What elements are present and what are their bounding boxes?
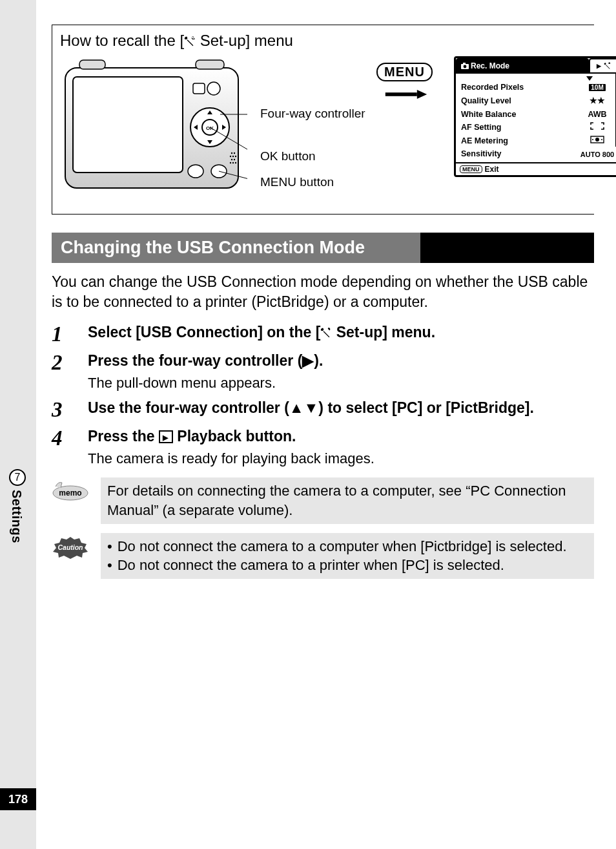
svg-point-18 <box>230 162 231 163</box>
step-number: 4 <box>52 426 70 468</box>
svg-rect-3 <box>196 60 224 69</box>
metering-icon <box>579 134 616 148</box>
svg-text:OK: OK <box>206 125 214 131</box>
svg-point-12 <box>234 152 235 154</box>
memo-text: For details on connecting the camera to … <box>101 477 594 523</box>
caution-text: Do not connect the camera to a computer … <box>101 533 594 579</box>
svg-point-19 <box>232 162 234 163</box>
quality-stars-icon: ★★ <box>579 94 616 108</box>
menu-row-label: AE Metering <box>461 134 508 148</box>
section-heading: Changing the USB Connection Mode <box>52 233 594 263</box>
step-item: 3 Use the four-way controller (▲▼) to se… <box>52 398 594 421</box>
menu-row: White Balance AWB <box>461 108 616 121</box>
step-number: 2 <box>52 351 70 393</box>
step-item: 1 Select [USB Connection] on the [ Set-u… <box>52 322 594 346</box>
caution-item: Do not connect the camera to a printer w… <box>107 556 588 575</box>
setup-tools-icon <box>603 62 612 70</box>
menu-pill-icon: MENU <box>376 63 433 81</box>
recall-setup-box: How to recall the [ Set-up] menu <box>52 25 594 215</box>
triangle-down-icon <box>586 76 593 81</box>
step-title: Use the four-way controller (▲▼) to sele… <box>88 398 594 418</box>
caution-item: Do not connect the camera to a computer … <box>107 537 588 556</box>
menu-row-value: AWB <box>579 108 616 121</box>
menu-row-label: Sensitivity <box>461 147 502 161</box>
section-number-badge: 7 <box>9 469 26 486</box>
step-description: The pull-down menu appears. <box>88 373 594 393</box>
caution-note: Caution Do not connect the camera to a c… <box>52 533 594 579</box>
step-title: Select [USB Connection] on the [ Set-up]… <box>88 322 594 342</box>
label-menu-button: MENU button <box>260 175 334 189</box>
setup-tools-icon <box>184 36 196 47</box>
arrow-right-icon <box>376 90 436 99</box>
svg-point-30 <box>592 139 593 140</box>
svg-point-20 <box>235 162 236 163</box>
svg-point-16 <box>231 159 232 160</box>
menu-tab-setup: ▶ <box>589 58 616 72</box>
camera-diagram: OK <box>60 56 247 205</box>
menu-footer-label: Exit <box>485 165 499 174</box>
svg-point-31 <box>601 139 602 140</box>
recall-title-pre: How to recall the [ <box>60 32 184 49</box>
playback-button-icon <box>159 430 173 443</box>
recall-title: How to recall the [ Set-up] menu <box>60 32 589 50</box>
menu-arrow-area: MENU <box>376 56 447 205</box>
label-ok-button: OK button <box>260 149 316 163</box>
svg-point-7 <box>188 165 203 178</box>
menu-tab-rec-mode: Rec. Mode <box>456 58 589 72</box>
menu-row-label: AF Setting <box>461 121 502 134</box>
menu-row: AE Metering <box>461 134 616 148</box>
step-number: 1 <box>52 322 70 346</box>
svg-point-27 <box>464 65 467 68</box>
steps-list: 1 Select [USB Connection] on the [ Set-u… <box>52 322 594 468</box>
menu-row-label: Quality Level <box>461 94 511 108</box>
step-item: 2 Press the four-way controller (▶). The… <box>52 351 594 393</box>
svg-point-9 <box>207 82 220 95</box>
section-tab: 7 Settings <box>9 469 26 543</box>
svg-rect-24 <box>385 92 417 96</box>
svg-point-14 <box>232 156 234 157</box>
svg-point-13 <box>230 156 231 157</box>
menu-row: Sensitivity AUTO 800 <box>461 147 616 161</box>
menu-row-value: AUTO 800 <box>579 149 616 160</box>
svg-point-29 <box>595 138 599 142</box>
pixels-badge-icon: 10M <box>589 84 605 91</box>
menu-button-icon: MENU <box>460 165 482 173</box>
page: 7 Settings 178 How to recall the [ Set-u… <box>0 0 616 849</box>
menu-row: AF Setting <box>461 121 616 134</box>
svg-rect-10 <box>193 83 205 94</box>
menu-footer: MENU Exit <box>456 162 616 175</box>
svg-point-17 <box>234 159 235 160</box>
af-frame-icon <box>579 121 616 134</box>
svg-rect-26 <box>463 63 466 65</box>
camera-icon <box>461 63 469 69</box>
rec-mode-menu-screen: Rec. Mode ▶ Recorded Pixels 10M <box>454 56 616 177</box>
setup-tools-icon <box>320 327 332 339</box>
step-number: 3 <box>52 398 70 421</box>
section-label: Settings <box>9 490 24 543</box>
label-fourway: Four-way controller <box>260 107 331 121</box>
menu-row-label: Recorded Pixels <box>461 81 524 94</box>
step-description: The camera is ready for playing back ima… <box>88 449 594 468</box>
memo-note: memo For details on connecting the camer… <box>52 477 594 523</box>
menu-row-label: White Balance <box>461 108 516 121</box>
step-title: Press the four-way controller (▶). <box>88 351 594 371</box>
content-area: How to recall the [ Set-up] menu <box>52 25 594 579</box>
recall-title-post: Set-up] menu <box>196 32 293 49</box>
memo-badge-icon: memo <box>52 480 89 503</box>
caution-badge-icon: Caution <box>52 536 89 561</box>
menu-tab-label: Rec. Mode <box>471 61 509 70</box>
svg-point-11 <box>231 152 232 154</box>
step-title: Press the Playback button. <box>88 426 594 446</box>
svg-rect-2 <box>79 60 105 69</box>
svg-rect-1 <box>73 77 183 173</box>
step-item: 4 Press the Playback button. The camera … <box>52 426 594 468</box>
left-gutter: 7 Settings 178 <box>0 0 36 849</box>
svg-text:memo: memo <box>59 488 81 498</box>
intro-text: You can change the USB Connection mode d… <box>52 272 594 312</box>
menu-row: Quality Level ★★ <box>461 94 616 108</box>
page-number: 178 <box>0 788 36 810</box>
svg-text:Caution: Caution <box>57 543 83 551</box>
svg-point-15 <box>235 156 236 157</box>
menu-row: Recorded Pixels 10M <box>461 81 616 94</box>
